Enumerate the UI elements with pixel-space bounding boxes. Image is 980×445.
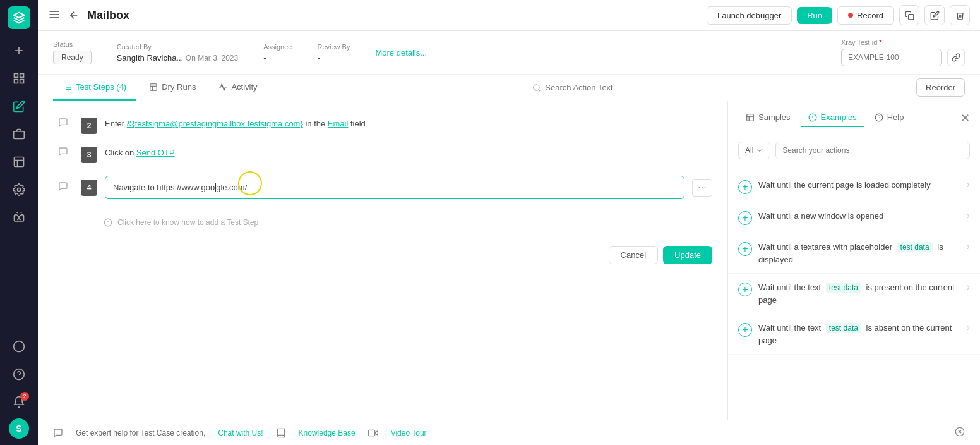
step-edit-input[interactable]: Navigate to https://www.google.com/ (105, 176, 684, 199)
expand-icon[interactable]: › (967, 241, 970, 252)
back-button[interactable] (68, 9, 80, 21)
add-action-icon[interactable]: + (738, 283, 752, 296)
edit-button[interactable] (924, 5, 945, 25)
menu-icon[interactable] (48, 8, 61, 23)
assignee-label: Assignee (263, 43, 292, 51)
search-filter-dropdown[interactable]: All (738, 142, 770, 159)
update-button[interactable]: Update (663, 246, 712, 264)
panel-tab-samples[interactable]: Samples (738, 109, 798, 127)
table-row: 2 Enter &{testsigma@prestagingmailbox.te… (53, 111, 712, 140)
svg-rect-7 (15, 157, 24, 167)
panel-tab-help[interactable]: Help (867, 109, 912, 127)
created-by-item: Created By Sangith Ravicha... On Mar 3, … (117, 43, 239, 63)
sidebar-item-settings[interactable] (8, 178, 30, 201)
panel-tab-examples[interactable]: Examples (801, 109, 864, 127)
sidebar-item-notifications[interactable]: 2 (8, 391, 30, 413)
panel-close-button[interactable]: ✕ (960, 111, 970, 125)
step-sendotp-link[interactable]: Send OTP (136, 148, 175, 157)
xray-item: Xray Test id * (841, 39, 965, 66)
step-content: Click on Send OTP (105, 147, 712, 159)
add-action-icon[interactable]: + (738, 180, 752, 194)
help-text: Get expert help for Test Case creation, (76, 429, 205, 437)
tab-test-steps[interactable]: Test Steps (4) (53, 75, 136, 101)
tab-activity[interactable]: Activity (208, 75, 267, 101)
xray-field (841, 49, 965, 66)
cancel-button[interactable]: Cancel (609, 246, 658, 264)
search-action-text[interactable] (525, 78, 659, 97)
meta-bar: Status Ready Created By Sangith Ravicha.… (38, 31, 980, 75)
add-action-icon[interactable]: + (738, 211, 752, 225)
comment-icon[interactable] (58, 181, 68, 193)
delete-button[interactable] (950, 5, 970, 25)
sidebar-item-add[interactable] (8, 39, 30, 62)
more-details-link[interactable]: More details... (375, 48, 427, 58)
step-content: Enter &{testsigma@prestagingmailbox.test… (105, 118, 712, 130)
expand-icon[interactable]: › (967, 210, 970, 221)
xray-link-button[interactable] (947, 49, 965, 66)
step-number: 3 (81, 147, 97, 163)
svg-rect-4 (15, 80, 18, 83)
sidebar-item-help[interactable] (8, 363, 30, 386)
sidebar-item-edit[interactable] (8, 95, 30, 118)
list-item[interactable]: + Wait until a new window is opened › (728, 202, 980, 233)
comment-icon[interactable] (58, 118, 68, 130)
table-row: 4 Navigate to https://www.google.com/ ··… (53, 169, 712, 271)
launch-debugger-button[interactable]: Launch debugger (707, 6, 792, 25)
knowledge-base-link[interactable]: Knowledge Base (299, 429, 356, 437)
chat-link[interactable]: Chat with Us! (218, 429, 263, 437)
list-item[interactable]: + Wait until a textarea with placeholder… (728, 233, 980, 274)
copy-button[interactable] (899, 5, 919, 25)
search-action-input[interactable] (545, 83, 651, 92)
book-icon (276, 428, 286, 438)
sidebar-item-dashboard[interactable] (8, 67, 30, 90)
expand-icon[interactable]: › (967, 281, 970, 293)
action-list: + Wait until the current page is loaded … (728, 166, 980, 420)
action-search-input[interactable] (775, 142, 970, 159)
add-action-icon[interactable]: + (738, 242, 752, 256)
record-dot (848, 13, 853, 18)
reorder-button[interactable]: Reorder (916, 78, 965, 97)
step-edit-text: Navigate to https://www.goo (113, 183, 215, 192)
bottom-close-button[interactable] (955, 427, 965, 439)
created-by-value: Sangith Ravicha... On Mar 3, 2023 (117, 53, 239, 63)
created-by-label: Created By (117, 43, 239, 51)
svg-rect-25 (747, 114, 754, 121)
list-item[interactable]: + Wait until the text test data is prese… (728, 274, 980, 314)
topbar: Mailbox Launch debugger Run Record (38, 0, 980, 31)
app-logo[interactable] (8, 6, 30, 29)
add-action-icon[interactable]: + (738, 323, 752, 337)
step-more-button[interactable]: ··· (692, 179, 712, 197)
status-item: Status Ready (53, 40, 92, 64)
list-item[interactable]: + Wait until the text test data is absen… (728, 314, 980, 355)
step-add-hint[interactable]: Click here to know how to add a Test Ste… (104, 212, 712, 233)
svg-rect-31 (368, 430, 374, 436)
status-label: Status (53, 40, 92, 48)
record-button[interactable]: Record (837, 6, 894, 25)
notification-badge: 2 (20, 392, 29, 401)
video-tour-link[interactable]: Video Tour (391, 429, 427, 437)
action-text: Wait until the text test data is absent … (758, 322, 960, 346)
step-email-link[interactable]: &{testsigma@prestagingmailbox.testsigma.… (127, 119, 303, 128)
svg-rect-21 (150, 83, 157, 90)
svg-line-23 (539, 89, 541, 91)
sidebar-item-grid[interactable] (8, 150, 30, 173)
sidebar-item-circle[interactable] (8, 335, 30, 358)
list-item[interactable]: + Wait until the current page is loaded … (728, 171, 980, 202)
expand-icon[interactable]: › (967, 179, 970, 190)
step-field-link[interactable]: Email (328, 119, 349, 128)
action-text: Wait until the current page is loaded co… (758, 179, 960, 192)
review-by-value: - (317, 53, 350, 63)
assignee-value: - (263, 53, 292, 63)
comment-icon[interactable] (58, 147, 68, 159)
step-actions: Cancel Update (53, 246, 712, 264)
bottom-bar: Get expert help for Test Case creation, … (38, 420, 980, 445)
sidebar-item-bug[interactable] (8, 206, 30, 229)
run-button[interactable]: Run (797, 7, 832, 24)
user-avatar[interactable]: S (9, 418, 29, 439)
xray-input[interactable] (841, 49, 942, 66)
action-text: Wait until the text test data is present… (758, 281, 960, 306)
sidebar-item-projects[interactable] (8, 123, 30, 145)
tab-dry-runs[interactable]: Dry Runs (139, 75, 206, 101)
video-icon (368, 428, 378, 438)
expand-icon[interactable]: › (967, 322, 970, 333)
